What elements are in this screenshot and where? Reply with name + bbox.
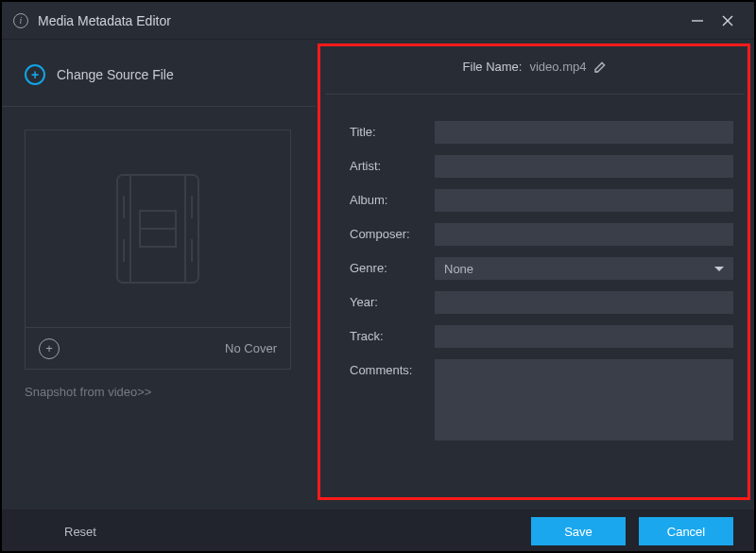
close-button[interactable] (713, 6, 743, 36)
track-input[interactable] (435, 325, 733, 348)
album-input[interactable] (435, 189, 733, 212)
year-label: Year: (350, 291, 431, 309)
change-source-button[interactable]: + Change Source File (25, 60, 293, 89)
artist-label: Artist: (350, 155, 431, 173)
cover-preview (26, 130, 290, 327)
genre-select[interactable]: None (435, 257, 733, 280)
main-content: + Change Source File (2, 40, 754, 510)
album-label: Album: (350, 189, 431, 207)
cover-art-box: + No Cover (25, 130, 291, 370)
add-cover-button[interactable]: + (39, 338, 60, 359)
divider (2, 106, 316, 107)
title-label: Title: (350, 121, 431, 139)
composer-input[interactable] (435, 223, 733, 246)
track-label: Track: (350, 325, 431, 343)
reset-button[interactable]: Reset (64, 525, 96, 539)
artist-input[interactable] (435, 155, 733, 178)
snapshot-from-video-link[interactable]: Snapshot from video>> (25, 385, 293, 399)
comments-input[interactable] (435, 359, 733, 441)
year-input[interactable] (435, 291, 733, 314)
cancel-button[interactable]: Cancel (639, 517, 733, 545)
change-source-label: Change Source File (57, 67, 174, 82)
composer-label: Composer: (350, 223, 431, 241)
plus-circle-icon: + (25, 64, 45, 85)
footer-bar: Reset Save Cancel (2, 510, 754, 553)
title-input[interactable] (435, 121, 733, 144)
info-icon: i (13, 13, 28, 28)
right-panel: File Name: video.mp4 Title: Artist: Albu… (316, 40, 754, 510)
chevron-down-icon (714, 267, 724, 271)
comments-label: Comments: (350, 359, 431, 377)
save-button[interactable]: Save (531, 517, 626, 545)
metadata-form: Title: Artist: Album: Composer: Genre: (321, 95, 748, 441)
cover-toolbar: + No Cover (26, 327, 290, 369)
no-cover-label: No Cover (225, 341, 277, 355)
genre-value: None (444, 262, 473, 276)
titlebar: i Media Metadata Editor (2, 2, 754, 40)
edit-filename-button[interactable] (593, 60, 607, 74)
genre-label: Genre: (350, 257, 431, 275)
minimize-button[interactable] (682, 6, 713, 36)
window-title: Media Metadata Editor (38, 13, 171, 28)
file-name-value: video.mp4 (529, 60, 586, 74)
file-name-row: File Name: video.mp4 (325, 40, 745, 95)
film-placeholder-icon (108, 169, 208, 288)
left-panel: + Change Source File (2, 40, 316, 510)
file-name-label: File Name: (463, 60, 523, 74)
